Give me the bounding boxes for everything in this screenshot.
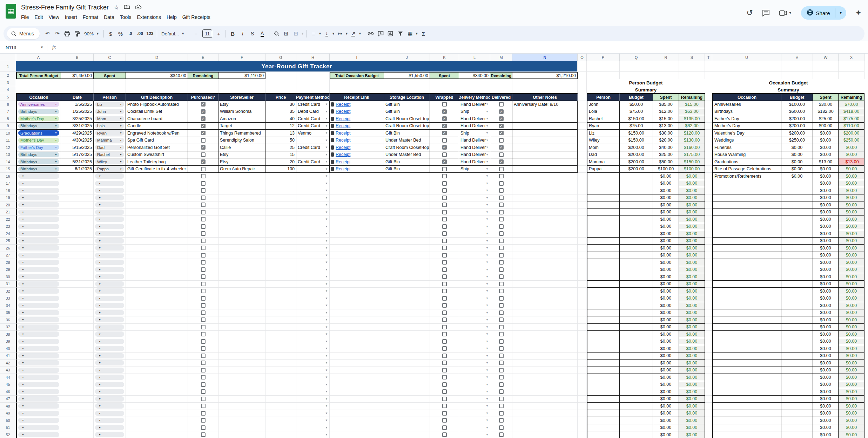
cell-A44[interactable]: ▼ — [16, 374, 61, 381]
checkbox[interactable] — [499, 282, 504, 286]
cell-N28[interactable] — [512, 259, 578, 266]
cell-O35[interactable] — [578, 309, 587, 317]
cell-V49[interactable] — [781, 410, 813, 417]
cell-F16[interactable] — [218, 173, 265, 180]
cell-L37[interactable]: ▼ — [459, 324, 490, 331]
cell-A8[interactable]: Mother's Day▼ — [16, 115, 61, 123]
cell-Q45[interactable] — [620, 381, 653, 389]
cell-B42[interactable] — [61, 360, 94, 367]
empty-dropdown[interactable]: ▼ — [18, 382, 59, 387]
cell-B48[interactable] — [61, 403, 94, 410]
cell-O30[interactable] — [578, 273, 587, 281]
cell-P17[interactable] — [587, 180, 620, 187]
cell-N47[interactable] — [512, 396, 578, 403]
cell-P30[interactable] — [587, 273, 620, 281]
person-summary-header-spent[interactable]: Spent — [653, 93, 679, 101]
cell-D25[interactable] — [126, 238, 188, 245]
cell-B41[interactable] — [61, 353, 94, 360]
cell-W36[interactable]: $0.00 — [813, 316, 839, 324]
row-header-33[interactable]: 33 — [0, 295, 16, 302]
cell-I12[interactable]: Receipt — [330, 144, 384, 151]
cell-K25[interactable] — [430, 238, 459, 245]
occasion-summary-header-spent[interactable]: Spent — [813, 93, 839, 101]
cell-B51[interactable] — [61, 424, 94, 432]
cell-Q10[interactable]: $150.00 — [620, 130, 653, 137]
checkbox[interactable] — [499, 411, 504, 416]
checkbox[interactable]: ✓ — [442, 145, 447, 150]
cell-P42[interactable] — [587, 360, 620, 367]
cell-T34[interactable] — [705, 302, 712, 309]
cell-U10[interactable]: Valentine's Day — [712, 130, 781, 137]
cell-G17[interactable] — [265, 180, 296, 187]
cell-T11[interactable] — [705, 137, 712, 144]
receipt-link[interactable]: Receipt — [336, 166, 350, 171]
checkbox[interactable] — [442, 246, 447, 250]
cell-N45[interactable] — [512, 381, 578, 389]
cell-P8[interactable]: Rachel — [587, 115, 620, 123]
cell-Q8[interactable]: $150.00 — [620, 115, 653, 123]
cell-U9[interactable]: Mother's Day — [712, 123, 781, 130]
checkbox[interactable] — [201, 203, 206, 207]
cell-N51[interactable] — [512, 424, 578, 432]
cell-I41[interactable] — [330, 353, 384, 360]
cell-I40[interactable] — [330, 345, 384, 353]
cell-Q42[interactable] — [620, 360, 653, 367]
cell-R16[interactable]: $0.00 — [653, 173, 679, 180]
cell-A51[interactable]: ▼ — [16, 424, 61, 432]
cell-V16[interactable]: $0.00 — [781, 173, 813, 180]
cell-C4[interactable] — [94, 86, 126, 93]
cell-W42[interactable]: $0.00 — [813, 360, 839, 367]
cell-M18[interactable] — [490, 187, 512, 194]
cell-H20[interactable]: ▼ — [296, 201, 330, 209]
cell-K14[interactable]: ✓ — [430, 158, 459, 166]
cell-A31[interactable]: ▼ — [16, 281, 61, 288]
cell-N36[interactable] — [512, 316, 578, 324]
cell-O49[interactable] — [578, 410, 587, 417]
receipt-link[interactable]: Receipt — [336, 131, 350, 136]
cell-H6[interactable]: Credit Card▼ — [296, 101, 330, 108]
receipt-link[interactable]: Receipt — [336, 159, 350, 164]
cell-P21[interactable] — [587, 209, 620, 216]
cell-F35[interactable] — [218, 309, 265, 317]
cell-E10[interactable]: ✓ — [188, 130, 218, 137]
empty-dropdown[interactable]: ▼ — [18, 188, 59, 193]
cell-R23[interactable]: $0.00 — [653, 223, 679, 231]
cell-G30[interactable] — [265, 273, 296, 281]
cell-G8[interactable]: 40 — [265, 115, 296, 123]
empty-dropdown[interactable]: ▼ — [18, 425, 59, 430]
cell-R34[interactable]: $0.00 — [653, 302, 679, 309]
checkbox[interactable] — [442, 224, 447, 229]
person-dropdown[interactable]: Dad▼ — [95, 145, 124, 150]
cell-Q2[interactable] — [620, 72, 653, 79]
checkbox[interactable] — [499, 346, 504, 351]
cell-J42[interactable] — [384, 360, 430, 367]
cell-J27[interactable] — [384, 252, 430, 259]
cell-T52[interactable] — [705, 431, 712, 438]
cell-C43[interactable]: ▼ — [94, 367, 126, 374]
cell-U48[interactable] — [712, 403, 781, 410]
cell-S47[interactable]: $0.00 — [679, 396, 705, 403]
fill-color-button[interactable] — [271, 29, 281, 39]
cell-T7[interactable] — [705, 108, 712, 116]
cell-R47[interactable]: $0.00 — [653, 396, 679, 403]
cell-F34[interactable] — [218, 302, 265, 309]
cell-K28[interactable] — [430, 259, 459, 266]
row-header-20[interactable]: 20 — [0, 201, 16, 209]
cell-X40[interactable]: $0.00 — [839, 345, 864, 353]
sheets-logo-icon[interactable] — [5, 4, 17, 19]
cell-O26[interactable] — [578, 245, 587, 252]
column-header-V[interactable]: V — [781, 54, 813, 61]
empty-dropdown[interactable]: ▼ — [18, 288, 59, 294]
cell-L46[interactable]: ▼ — [459, 388, 490, 396]
cell-W41[interactable]: $0.00 — [813, 353, 839, 360]
occasion-dropdown[interactable]: Birthdays▼ — [18, 152, 59, 157]
cell-N9[interactable] — [512, 123, 578, 130]
cell-R8[interactable]: $15.00 — [653, 115, 679, 123]
cell-L2[interactable]: $340.00 — [459, 72, 490, 79]
cell-J28[interactable] — [384, 259, 430, 266]
menu-extensions[interactable]: Extensions — [134, 13, 163, 21]
empty-dropdown[interactable]: ▼ — [95, 411, 124, 416]
cell-E4[interactable] — [188, 86, 218, 93]
cell-E11[interactable] — [188, 137, 218, 144]
cell-Q22[interactable] — [620, 216, 653, 223]
